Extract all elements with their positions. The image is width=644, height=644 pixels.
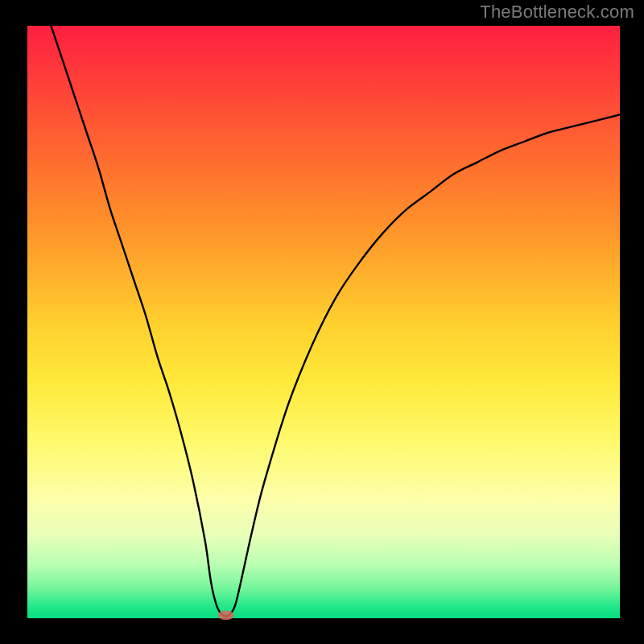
vertex-marker (218, 610, 234, 620)
chart-curve-layer (27, 26, 620, 618)
bottleneck-curve (51, 26, 620, 617)
chart-frame: TheBottleneck.com (0, 0, 644, 644)
watermark-text: TheBottleneck.com (480, 2, 634, 23)
